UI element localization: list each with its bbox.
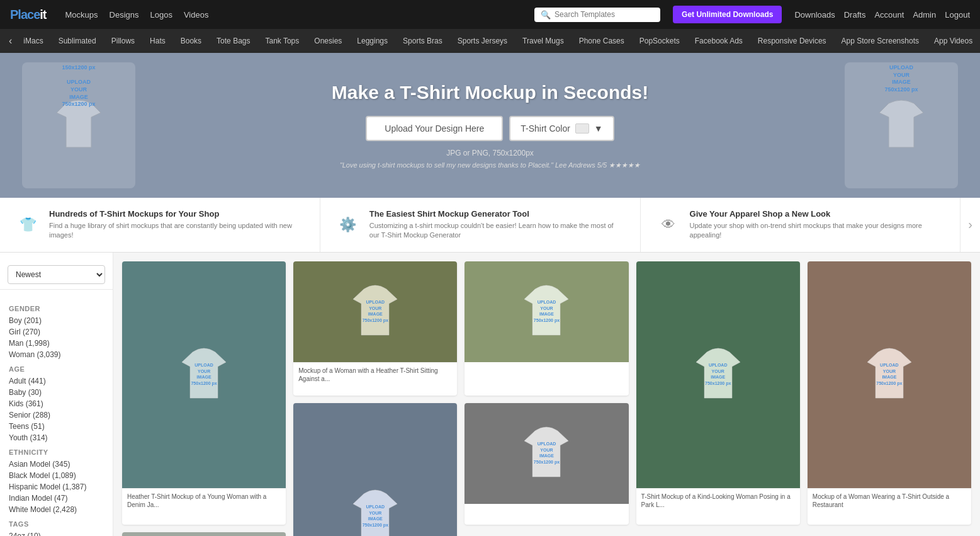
cat-item-tank-tops[interactable]: Tank Tops — [257, 29, 307, 53]
grid-item-3[interactable]: UPLOADYOURIMAGE750x1200 px — [465, 261, 628, 396]
color-label: T-Shirt Color — [521, 123, 570, 134]
nav-logout[interactable]: Logout — [945, 10, 970, 20]
color-dropdown-icon[interactable]: ▼ — [594, 123, 603, 134]
color-button[interactable]: T-Shirt Color ▼ — [509, 116, 614, 141]
nav-mockups[interactable]: Mockups — [65, 10, 98, 20]
hero-tshirt-right: UPLOADYOURIMAGE750x1200 px — [845, 62, 958, 188]
info-title-2: Give Your Apparel Shop a New Look — [690, 209, 945, 219]
info-desc-0: Find a huge library of shirt mockups tha… — [49, 221, 305, 241]
filter-label: 24oz (10) — [9, 532, 41, 536]
mockup-grid: UPLOADYOURIMAGE750x1200 px Heather T-Shi… — [122, 261, 971, 536]
nav-admin[interactable]: Admin — [913, 10, 936, 20]
nav-logos[interactable]: Logos — [150, 10, 172, 20]
filter-item-adult[interactable]: Adult (441) — [9, 375, 104, 387]
filter-item-hispanic-model[interactable]: Hispanic Model (1,387) — [9, 481, 104, 493]
cat-item-onesies[interactable]: Onesies — [307, 29, 349, 53]
nav-account[interactable]: Account — [874, 10, 904, 20]
filter-item-black-model[interactable]: Black Model (1,089) — [9, 470, 104, 481]
grid-item-5[interactable]: UPLOADYOURIMAGE750x1200 px Mockup of a W… — [808, 261, 971, 525]
filter-label: Black Model (1,089) — [9, 471, 76, 480]
grid-img-8: UPLOADYOURIMAGE750x1200 px — [122, 532, 286, 536]
filter-label: Woman (3,039) — [9, 350, 60, 359]
cat-item-app-store-screenshots[interactable]: App Store Screenshots — [834, 29, 926, 53]
filter-item-man[interactable]: Man (1,998) — [9, 338, 104, 349]
info-title-0: Hundreds of T-Shirt Mockups for Your Sho… — [49, 209, 305, 219]
cat-item-pillows[interactable]: Pillows — [104, 29, 142, 53]
cat-items: iMacsSublimatedPillowsHatsBooksTote Bags… — [16, 29, 980, 53]
upload-button[interactable]: Upload Your Design Here — [366, 116, 503, 141]
info-desc-1: Customizing a t-shirt mockup couldn't be… — [369, 221, 625, 241]
filter-item-teens[interactable]: Teens (51) — [9, 421, 104, 432]
logo[interactable]: Placeit — [10, 8, 46, 22]
filter-item-24oz[interactable]: 24oz (10) — [9, 530, 104, 536]
nav-drafts[interactable]: Drafts — [844, 10, 866, 20]
grid-caption-1: Heather T-Shirt Mockup of a Young Woman … — [122, 488, 286, 513]
cta-button[interactable]: Get Unlimited Downloads — [673, 6, 782, 23]
cat-item-hats[interactable]: Hats — [142, 29, 173, 53]
cat-item-phone-cases[interactable]: Phone Cases — [572, 29, 632, 53]
cat-item-imacs[interactable]: iMacs — [16, 29, 50, 53]
filter-item-baby[interactable]: Baby (30) — [9, 387, 104, 398]
hero-section: 150x1200 pxUPLOADYOURIMAGE750x1200 px Ma… — [0, 53, 980, 198]
color-swatch[interactable] — [575, 123, 589, 134]
grid-item-4[interactable]: UPLOADYOURIMAGE750x1200 px T-Shirt Mocku… — [636, 261, 800, 525]
filter-label: Girl (270) — [9, 328, 40, 336]
filter-item-woman[interactable]: Woman (3,039) — [9, 349, 104, 360]
filter-label: White Model (2,428) — [9, 505, 77, 514]
grid-item-1[interactable]: UPLOADYOURIMAGE750x1200 px Heather T-Shi… — [122, 261, 286, 525]
grid-item-7[interactable]: UPLOADYOURIMAGE750x1200 px — [465, 403, 628, 525]
filter-item-white-model[interactable]: White Model (2,428) — [9, 504, 104, 515]
info-strip: 👕 Hundreds of T-Shirt Mockups for Your S… — [0, 198, 980, 253]
filter-section-title-age: Age — [9, 365, 104, 373]
filter-label: Man (1,998) — [9, 339, 50, 348]
cat-item-sports-jerseys[interactable]: Sports Jerseys — [450, 29, 515, 53]
filter-label: Indian Model (47) — [9, 494, 67, 503]
main-nav: Mockups Designs Logos Videos — [65, 10, 208, 20]
cat-item-responsive-devices[interactable]: Responsive Devices — [750, 29, 834, 53]
grid-img-5: UPLOADYOURIMAGE750x1200 px — [808, 261, 971, 488]
cat-arrow-left[interactable]: ‹ — [5, 29, 16, 53]
info-item-2: 👁 Give Your Apparel Shop a New Look Upda… — [641, 198, 961, 252]
search-icon: 🔍 — [541, 10, 551, 20]
sidebar-filters: GenderBoy (201)Girl (270)Man (1,998)Woma… — [0, 296, 113, 536]
cat-item-popsockets[interactable]: PopSockets — [632, 29, 687, 53]
nav-videos[interactable]: Videos — [184, 10, 209, 20]
grid-item-6[interactable]: UPLOADYOURIMAGE750x1200 px Heathered T-S… — [293, 403, 457, 536]
category-bar: ‹ iMacsSublimatedPillowsHatsBooksTote Ba… — [0, 29, 980, 53]
grid-img-4: UPLOADYOURIMAGE750x1200 px — [636, 261, 800, 488]
filter-label: Hispanic Model (1,387) — [9, 482, 86, 491]
sort-select[interactable]: NewestPopularOldest — [8, 265, 105, 284]
grid-item-8[interactable]: UPLOADYOURIMAGE750x1200 px — [122, 532, 286, 536]
filter-item-youth[interactable]: Youth (314) — [9, 432, 104, 443]
grid-img-3: UPLOADYOURIMAGE750x1200 px — [465, 261, 628, 362]
cat-item-tote-bags[interactable]: Tote Bags — [209, 29, 257, 53]
grid-item-2[interactable]: UPLOADYOURIMAGE750x1200 px Mockup of a W… — [293, 261, 457, 396]
info-next-arrow[interactable]: › — [960, 198, 980, 252]
info-text-2: Give Your Apparel Shop a New Look Update… — [690, 209, 945, 241]
hero-title: Make a T-Shirt Mockup in Seconds! — [332, 82, 648, 103]
cat-item-books[interactable]: Books — [173, 29, 209, 53]
search-input[interactable] — [555, 10, 654, 19]
cat-item-sports-bras[interactable]: Sports Bras — [395, 29, 450, 53]
cat-item-leggings[interactable]: Leggings — [349, 29, 395, 53]
info-item-0: 👕 Hundreds of T-Shirt Mockups for Your S… — [0, 198, 320, 252]
info-text-0: Hundreds of T-Shirt Mockups for Your Sho… — [49, 209, 305, 241]
filter-section-title-ethnicity: Ethnicity — [9, 448, 104, 456]
sidebar-sort: NewestPopularOldest — [0, 260, 113, 290]
cat-item-travel-mugs[interactable]: Travel Mugs — [515, 29, 572, 53]
nav-downloads[interactable]: Downloads — [794, 10, 835, 20]
filter-item-asian-model[interactable]: Asian Model (345) — [9, 459, 104, 470]
search-bar: 🔍 — [534, 8, 660, 22]
filter-item-kids[interactable]: Kids (361) — [9, 398, 104, 409]
nav-designs[interactable]: Designs — [110, 10, 139, 20]
filter-item-senior[interactable]: Senior (288) — [9, 409, 104, 421]
filter-label: Youth (314) — [9, 433, 48, 442]
hero-right-image: UPLOADYOURIMAGE750x1200 px — [823, 53, 980, 198]
filter-item-girl[interactable]: Girl (270) — [9, 326, 104, 338]
filter-item-indian-model[interactable]: Indian Model (47) — [9, 493, 104, 504]
filter-label: Asian Model (345) — [9, 460, 70, 469]
filter-item-boy[interactable]: Boy (201) — [9, 315, 104, 326]
cat-item-facebook-ads[interactable]: Facebook Ads — [687, 29, 750, 53]
cat-item-app-videos[interactable]: App Videos — [926, 29, 980, 53]
cat-item-sublimated[interactable]: Sublimated — [51, 29, 104, 53]
